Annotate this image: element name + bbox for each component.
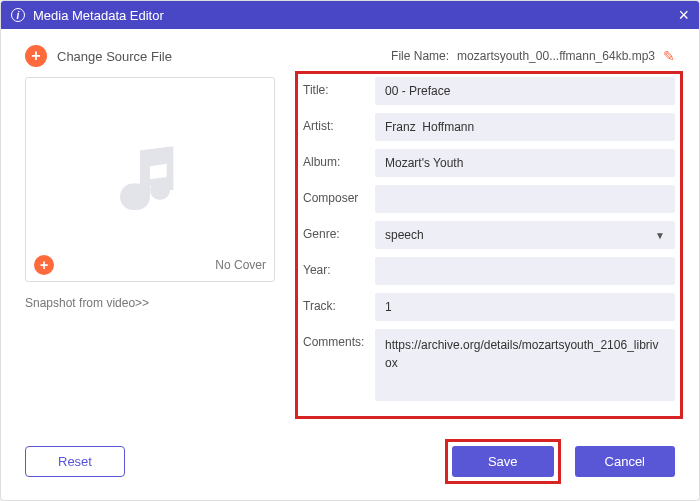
row-composer: Composer [303,185,675,213]
cover-box: + No Cover [25,77,275,282]
form-column: Title: Artist: Album: Composer Genre: [303,77,675,427]
row-album: Album: [303,149,675,177]
album-label: Album: [303,149,375,169]
window: i Media Metadata Editor × + Change Sourc… [0,0,700,501]
track-input[interactable] [375,293,675,321]
cancel-button[interactable]: Cancel [575,446,675,477]
artist-label: Artist: [303,113,375,133]
footer: Reset Save Cancel [1,427,699,500]
year-label: Year: [303,257,375,277]
row-genre: Genre: speech ▼ [303,221,675,249]
comments-label: Comments: [303,329,375,349]
row-comments: Comments: https://archive.org/details/mo… [303,329,675,401]
music-note-icon [110,140,190,220]
main-area: + No Cover Snapshot from video>> Title: … [25,77,675,427]
year-input[interactable] [375,257,675,285]
info-icon: i [11,8,25,22]
left-column: + No Cover Snapshot from video>> [25,77,275,427]
genre-label: Genre: [303,221,375,241]
album-input[interactable] [375,149,675,177]
title-input[interactable] [375,77,675,105]
annotation-save-highlight: Save [445,439,561,484]
close-icon[interactable]: × [678,5,689,26]
title-label: Title: [303,77,375,97]
row-year: Year: [303,257,675,285]
cover-bottom-row: + No Cover [34,255,266,275]
artist-input[interactable] [375,113,675,141]
top-row: + Change Source File File Name: mozartsy… [25,45,675,67]
change-source-label[interactable]: Change Source File [57,49,172,64]
no-cover-label: No Cover [215,258,266,272]
window-title: Media Metadata Editor [33,8,164,23]
snapshot-link[interactable]: Snapshot from video>> [25,296,275,310]
edit-filename-icon[interactable]: ✎ [663,48,675,64]
chevron-down-icon: ▼ [655,230,665,241]
genre-value: speech [385,228,424,242]
track-label: Track: [303,293,375,313]
add-cover-button[interactable]: + [34,255,54,275]
genre-select[interactable]: speech ▼ [375,221,675,249]
row-artist: Artist: [303,113,675,141]
composer-input[interactable] [375,185,675,213]
content-area: + Change Source File File Name: mozartsy… [1,29,699,427]
row-title: Title: [303,77,675,105]
composer-label: Composer [303,185,375,205]
save-button[interactable]: Save [452,446,554,477]
filename-label: File Name: [391,49,449,63]
filename-row: File Name: mozartsyouth_00...ffmann_64kb… [391,48,675,64]
add-source-button[interactable]: + [25,45,47,67]
comments-input[interactable]: https://archive.org/details/mozartsyouth… [375,329,675,401]
row-track: Track: [303,293,675,321]
titlebar: i Media Metadata Editor × [1,1,699,29]
filename-value: mozartsyouth_00...ffmann_64kb.mp3 [457,49,655,63]
reset-button[interactable]: Reset [25,446,125,477]
